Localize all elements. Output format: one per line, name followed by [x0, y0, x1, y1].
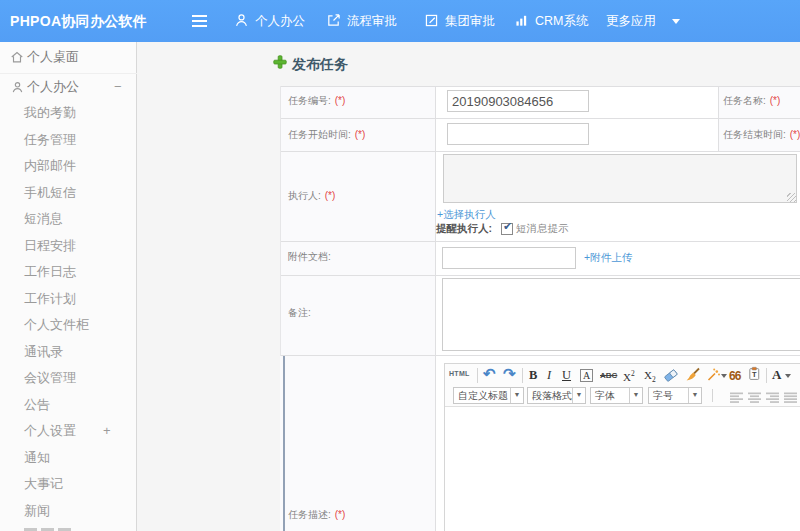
choose-executor-link[interactable]: +选择执行人	[437, 208, 496, 221]
resize-handle[interactable]	[787, 193, 796, 202]
svg-text:T: T	[752, 370, 757, 379]
label-task-no: 任务编号:(*)	[288, 94, 345, 108]
editor-brush-button[interactable]	[685, 367, 701, 386]
remind-label: 提醒执行人:	[436, 222, 492, 235]
editor-format-select[interactable]: 段落格式▼	[527, 387, 586, 404]
sidebar: 个人桌面 个人办公 − 我的考勤 任务管理 内部邮件 手机短信 短消息 日程安排…	[0, 42, 137, 531]
editor-wand-button[interactable]	[706, 367, 722, 386]
editor-align-center-button[interactable]	[748, 390, 762, 408]
table-border	[718, 86, 719, 151]
table-border	[280, 86, 800, 87]
menu-toggle-icon[interactable]	[192, 15, 207, 30]
expand-icon[interactable]: +	[103, 425, 111, 437]
table-border	[280, 241, 800, 242]
collapse-icon[interactable]: −	[114, 81, 122, 93]
sidebar-item[interactable]: 公告	[24, 398, 50, 412]
sidebar-item[interactable]: 短消息	[24, 212, 63, 226]
table-border	[435, 86, 436, 531]
sidebar-item[interactable]: 任务管理	[24, 133, 76, 147]
nav-personal-office[interactable]: 个人办公	[234, 0, 305, 42]
editor-bgcolor-button[interactable]: A	[580, 369, 593, 382]
sidebar-item[interactable]: 大事记	[24, 477, 63, 491]
editor-paste-button[interactable]: T	[747, 366, 762, 385]
sidebar-item-desktop[interactable]: 个人桌面	[27, 50, 79, 64]
chevron-down-icon: ▼	[510, 388, 523, 403]
editor-font-select[interactable]: 字体▼	[590, 387, 643, 404]
editor-undo-button[interactable]: ↶	[483, 365, 496, 383]
page-title: 发布任务	[292, 56, 348, 74]
sidebar-item[interactable]: 工作日志	[24, 265, 76, 279]
required-mark: (*)	[325, 190, 336, 201]
sidebar-item[interactable]: 手机短信	[24, 186, 76, 200]
editor-blockquote-button[interactable]: 66	[729, 369, 740, 383]
nav-process-approval[interactable]: 流程审批	[326, 0, 397, 42]
sidebar-item[interactable]: 会议管理	[24, 371, 76, 385]
editor-eraser-button[interactable]	[663, 367, 679, 386]
task-no-input[interactable]	[447, 90, 589, 112]
editor-heading-select[interactable]: 自定义标题▼	[453, 387, 524, 404]
editor-fontcolor-button[interactable]: A	[772, 367, 781, 383]
label-end-time: 任务结束时间:(*)	[723, 128, 800, 142]
label-remark: 备注:	[288, 306, 311, 320]
editor-subscript-button[interactable]: X2	[644, 369, 656, 384]
sidebar-divider	[0, 73, 137, 74]
edit-square-icon	[424, 13, 439, 28]
nav-crm-system[interactable]: CRM系统	[514, 0, 588, 42]
nav-label: 个人办公	[255, 14, 305, 28]
editor-align-right-button[interactable]	[766, 390, 780, 408]
editor-align-justify-button[interactable]	[784, 390, 798, 408]
table-border	[280, 275, 800, 276]
sidebar-item[interactable]: 个人文件柜	[24, 318, 89, 332]
attachment-upload-link[interactable]: +附件上传	[584, 251, 632, 264]
nav-label: 集团审批	[445, 14, 495, 28]
home-icon	[10, 50, 24, 68]
sidebar-item-settings[interactable]: 个人设置	[24, 424, 76, 438]
chevron-down-icon: ▼	[629, 388, 642, 403]
editor-underline-button[interactable]: U	[562, 368, 571, 383]
nav-label: CRM系统	[535, 14, 588, 28]
table-border-accent	[283, 356, 285, 531]
checkmark-icon: ✔	[503, 220, 512, 233]
nav-more-apps[interactable]: 更多应用	[606, 0, 656, 42]
attachment-input[interactable]	[442, 247, 576, 269]
table-border	[280, 355, 800, 356]
bar-chart-icon	[514, 13, 529, 28]
start-time-input[interactable]	[447, 123, 589, 145]
required-mark: (*)	[335, 509, 346, 520]
editor-strikethrough-button[interactable]: ABC	[600, 371, 617, 380]
chevron-down-icon: ▼	[688, 388, 701, 403]
user-icon	[11, 80, 24, 98]
editor-redo-button[interactable]: ↷	[503, 365, 516, 383]
chevron-down-icon[interactable]	[721, 374, 727, 378]
toolbar-separator	[712, 389, 713, 402]
editor-align-left-button[interactable]	[730, 390, 744, 408]
sidebar-item-office[interactable]: 个人办公	[27, 80, 79, 94]
nav-label: 更多应用	[606, 14, 656, 28]
sidebar-item[interactable]: 通知	[24, 451, 50, 465]
editor-italic-button[interactable]: I	[547, 368, 551, 383]
label-attachment: 附件文档:	[288, 250, 331, 264]
toolbar-separator	[477, 368, 478, 383]
editor-html-button[interactable]: HTML	[449, 370, 470, 377]
remark-textarea[interactable]	[442, 278, 800, 351]
sidebar-item[interactable]: 工作计划	[24, 292, 76, 306]
sms-checkbox[interactable]: ✔	[501, 223, 513, 235]
sms-label: 短消息提示	[516, 222, 569, 235]
executor-textarea[interactable]	[443, 154, 797, 203]
chevron-down-icon	[672, 19, 680, 24]
sidebar-item[interactable]: 内部邮件	[24, 159, 76, 173]
nav-label: 流程审批	[347, 14, 397, 28]
app-header: PHPOA协同办公软件 个人办公 流程审批 集团审批 CRM系统 更多应用	[0, 0, 800, 42]
sidebar-item[interactable]: 我的考勤	[24, 106, 76, 120]
nav-group-approval[interactable]: 集团审批	[424, 0, 495, 42]
editor-bold-button[interactable]: B	[529, 368, 537, 383]
chevron-down-icon[interactable]	[785, 374, 791, 378]
editor-fontsize-select[interactable]: 字号▼	[648, 387, 702, 404]
sidebar-item[interactable]: 新闻	[24, 504, 50, 518]
editor-superscript-button[interactable]: X2	[623, 369, 635, 383]
required-mark: (*)	[355, 129, 366, 140]
sidebar-item[interactable]: 日程安排	[24, 239, 76, 253]
required-mark: (*)	[335, 95, 346, 106]
sidebar-item[interactable]: 通讯录	[24, 345, 63, 359]
table-border	[280, 86, 281, 356]
